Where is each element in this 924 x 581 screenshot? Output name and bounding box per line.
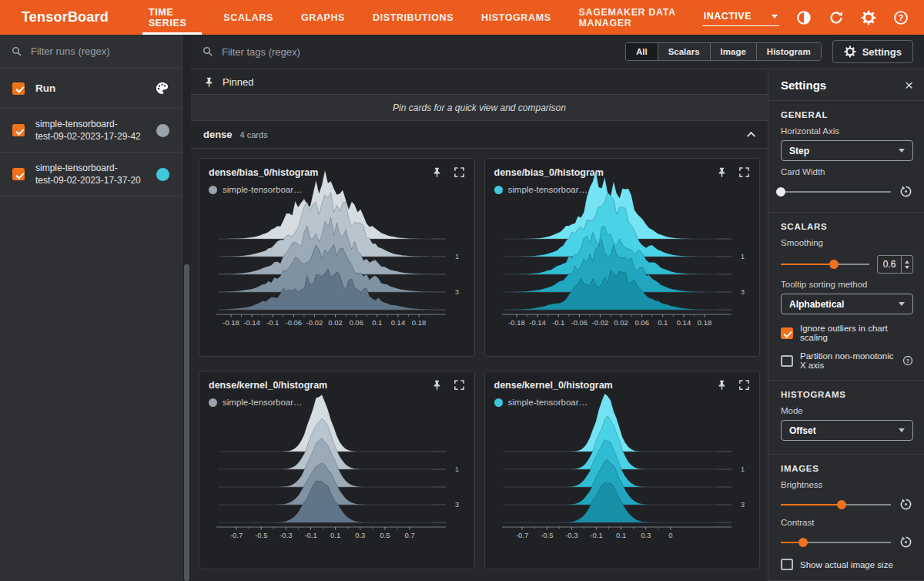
run-checkbox[interactable] (12, 168, 25, 180)
pin-icon[interactable] (716, 379, 728, 391)
reset-icon[interactable] (899, 535, 913, 549)
search-icon (11, 45, 23, 58)
tag-filter-scalars[interactable]: Scalars (658, 43, 711, 60)
run-checkbox[interactable] (12, 124, 25, 136)
dense-section-header[interactable]: dense 4 cards (191, 121, 768, 149)
contrast-slider[interactable] (781, 537, 891, 548)
card-width-slider[interactable] (781, 186, 891, 197)
show-actual-size-checkbox[interactable] (781, 559, 793, 570)
run-color-dot (209, 398, 217, 407)
card-legend: simple-tensorboar… (494, 185, 751, 194)
fullscreen-icon[interactable] (738, 166, 750, 178)
gear-icon[interactable] (861, 10, 876, 25)
pin-icon[interactable] (716, 166, 728, 178)
svg-text:3: 3 (455, 501, 459, 509)
ignore-outliers-checkbox[interactable] (781, 327, 793, 339)
svg-text:0.06: 0.06 (634, 318, 649, 327)
smoothing-stepper[interactable] (901, 256, 912, 273)
svg-text:-0.7: -0.7 (515, 531, 527, 539)
svg-text:-0.1: -0.1 (266, 318, 279, 327)
histogram-card: dense/kernel_0/histogram simple-tensorbo… (199, 371, 475, 569)
partition-x-axis-label: Partition non-monotonic X axis (800, 351, 896, 370)
scalars-heading: SCALARS (781, 222, 913, 231)
svg-text:0.5: 0.5 (380, 531, 390, 539)
card-legend: simple-tensorboar… (209, 398, 465, 407)
histogram-card: dense/bias_0/histogram simple-tensorboar… (484, 158, 761, 357)
legend-run-name: simple-tensorboar… (223, 185, 303, 194)
main-content: Pinned Pin cards for a quick view and co… (191, 69, 768, 581)
svg-text:0.1: 0.1 (330, 531, 340, 539)
tag-filter-histogram[interactable]: Histogram (757, 43, 821, 60)
histogram-chart[interactable]: 13-0.7-0.5-0.3-0.10.10.30 (494, 415, 752, 539)
chevron-down-icon (772, 15, 778, 18)
tab-graphs[interactable]: GRAPHS (287, 0, 359, 35)
reset-icon[interactable] (899, 184, 913, 199)
fullscreen-icon[interactable] (738, 379, 750, 391)
svg-text:0.3: 0.3 (641, 531, 651, 539)
gear-icon (844, 45, 856, 58)
close-icon[interactable]: × (905, 78, 913, 92)
filter-runs-input[interactable]: Filter runs (regex) (0, 35, 182, 69)
sidebar-scrollbar[interactable] (182, 35, 191, 581)
help-icon[interactable] (893, 10, 909, 25)
instance-status-dropdown[interactable]: INACTIVE (702, 8, 779, 26)
horizontal-axis-dropdown[interactable]: Step (781, 140, 913, 161)
svg-text:0.18: 0.18 (697, 318, 711, 327)
reset-icon[interactable] (899, 497, 913, 512)
partition-x-axis-checkbox[interactable] (781, 355, 793, 367)
histogram-chart[interactable]: 13-0.18-0.14-0.1-0.06-0.020.020.060.10.1… (209, 202, 466, 327)
select-all-runs-checkbox[interactable] (12, 82, 25, 95)
run-color-dot (156, 124, 169, 137)
tag-filter-image[interactable]: Image (711, 43, 757, 60)
stepper-down-icon[interactable] (905, 266, 909, 269)
stepper-up-icon[interactable] (905, 260, 909, 264)
scrollbar-thumb[interactable] (184, 264, 189, 581)
histogram-mode-dropdown[interactable]: Offset (781, 420, 913, 441)
cards-area: dense/bias_0/histogram simple-tensorboar… (191, 149, 768, 581)
svg-text:-0.1: -0.1 (552, 318, 564, 327)
smoothing-number-input[interactable] (877, 255, 913, 274)
fullscreen-icon[interactable] (454, 166, 465, 178)
svg-text:-0.7: -0.7 (230, 531, 243, 539)
svg-text:0.3: 0.3 (355, 531, 365, 539)
pin-icon[interactable] (431, 379, 443, 391)
instance-status-label: INACTIVE (704, 11, 752, 22)
theme-toggle-icon[interactable] (796, 10, 812, 25)
tab-time-series[interactable]: TIME SERIES (135, 0, 209, 35)
svg-text:-0.5: -0.5 (541, 531, 553, 539)
run-list-item[interactable]: simple-tensorboard-test-09-02-2023-17-37… (0, 153, 182, 196)
section-card-count: 4 cards (240, 130, 268, 139)
settings-button[interactable]: Settings (832, 40, 913, 63)
smoothing-slider[interactable] (781, 259, 869, 270)
help-icon[interactable] (902, 355, 913, 366)
run-list-item[interactable]: simple-tensorboard-test-09-02-2023-17-29… (0, 109, 182, 153)
pin-icon[interactable] (431, 166, 443, 178)
tag-filter-all[interactable]: All (626, 43, 658, 60)
fullscreen-icon[interactable] (454, 379, 465, 391)
palette-icon[interactable] (155, 81, 169, 96)
refresh-icon[interactable] (829, 10, 844, 25)
tooltip-sorting-dropdown[interactable]: Alphabetical (781, 294, 913, 314)
tab-distributions[interactable]: DISTRIBUTIONS (359, 0, 467, 35)
svg-text:-0.06: -0.06 (571, 318, 588, 327)
histogram-chart[interactable]: 13-0.18-0.14-0.1-0.06-0.020.020.060.10.1… (494, 202, 752, 327)
tab-sagemaker-data-manager[interactable]: SAGEMAKER DATA MANAGER (565, 0, 702, 35)
pinned-section-header[interactable]: Pinned (191, 69, 768, 95)
chevron-up-icon[interactable] (747, 131, 755, 139)
histogram-chart[interactable]: 13-0.7-0.5-0.3-0.10.10.30.50.7 (209, 415, 466, 539)
svg-text:-0.02: -0.02 (306, 318, 323, 327)
svg-text:0.1: 0.1 (658, 318, 668, 327)
card-title: dense/bias_0/histogram (209, 167, 318, 178)
histogram-card: dense/kernel_0/histogram simple-tensorbo… (484, 371, 761, 569)
svg-text:-0.3: -0.3 (280, 531, 292, 539)
card-legend: simple-tensorboar… (209, 185, 465, 194)
tab-histograms[interactable]: HISTOGRAMS (467, 0, 565, 35)
tab-scalars[interactable]: SCALARS (209, 0, 287, 35)
filter-runs-placeholder: Filter runs (regex) (31, 45, 110, 57)
brightness-slider[interactable] (781, 499, 891, 510)
filter-tags-input[interactable]: Filter tags (regex) (202, 45, 625, 58)
chevron-down-icon (899, 149, 905, 153)
tag-type-filter-group: AllScalarsImageHistogram (625, 42, 822, 61)
brightness-label: Brightness (781, 480, 913, 489)
smoothing-value-field[interactable] (878, 256, 901, 273)
